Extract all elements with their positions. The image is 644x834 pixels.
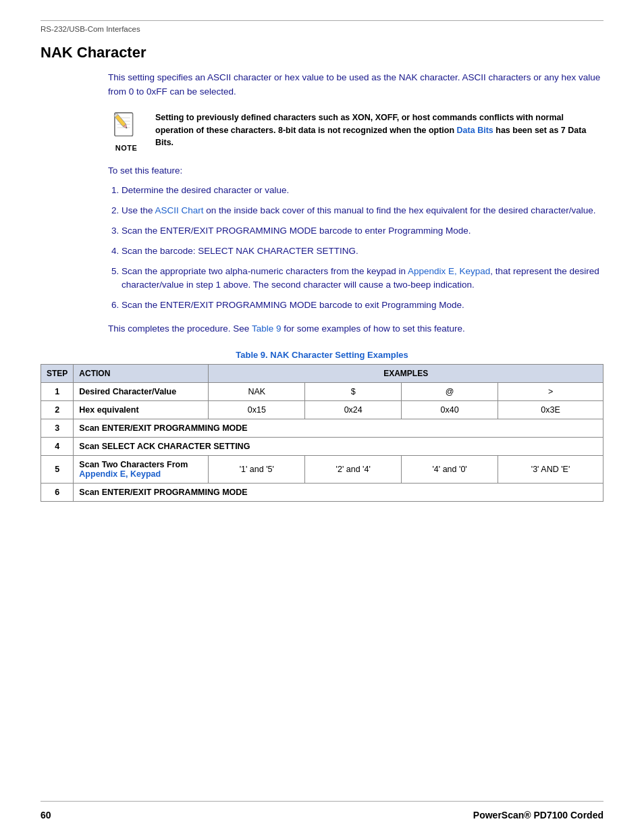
table9-link[interactable]: Table 9: [252, 323, 281, 334]
intro-text: This setting specifies an ASCII characte…: [108, 71, 603, 99]
breadcrumb: RS-232/USB-Com Interfaces: [41, 25, 603, 33]
example-5-1: '1' and '5': [209, 456, 305, 484]
example-2-3: 0x40: [402, 401, 498, 419]
example-5-3: '4' and '0': [402, 456, 498, 484]
step-2: Use the ASCII Chart on the inside back c…: [122, 204, 603, 218]
table-row: 6 Scan ENTER/EXIT PROGRAMMING MODE: [41, 484, 603, 502]
table-row: 2 Hex equivalent 0x15 0x24 0x40 0x3E: [41, 401, 603, 419]
step-num-1: 1: [41, 383, 74, 401]
step-6: Scan the ENTER/EXIT PROGRAMMING MODE bar…: [122, 298, 603, 313]
action-5: Scan Two Characters From Appendix E, Key…: [74, 456, 209, 484]
table-row: 5 Scan Two Characters From Appendix E, K…: [41, 456, 603, 484]
note-pencil-icon: [111, 111, 141, 141]
appendix-e-link[interactable]: Appendix E, Keypad: [408, 266, 490, 276]
page: RS-232/USB-Com Interfaces NAK Character …: [0, 0, 644, 834]
table-title: Table 9. NAK Character Setting Examples: [41, 350, 603, 360]
action-1: Desired Character/Value: [74, 383, 209, 401]
closing-text: This completes the procedure. See Table …: [108, 322, 603, 336]
step-num-6: 6: [41, 484, 74, 502]
col-header-action: ACTION: [74, 365, 209, 383]
action-4: Scan SELECT ACK CHARACTER SETTING: [74, 438, 603, 456]
table-row: 1 Desired Character/Value NAK $ @ >: [41, 383, 603, 401]
footer: 60 PowerScan® PD7100 Corded: [41, 810, 603, 820]
closing-before: This completes the procedure. See: [108, 323, 252, 334]
ascii-chart-link[interactable]: ASCII Chart: [155, 205, 204, 215]
step-5: Scan the appropriate two alpha-numeric c…: [122, 265, 603, 293]
example-1-4: >: [498, 383, 603, 401]
step-1: Determine the desired character or value…: [122, 184, 603, 198]
step-4: Scan the barcode: SELECT NAK CHARACTER S…: [122, 244, 603, 259]
example-2-2: 0x24: [305, 401, 402, 419]
note-box: NOTE Setting to previously defined chara…: [108, 111, 603, 152]
action-2: Hex equivalent: [74, 401, 209, 419]
note-text-content: Setting to previously defined characters…: [155, 111, 603, 149]
example-5-2: '2' and '4': [305, 456, 402, 484]
example-1-1: NAK: [209, 383, 305, 401]
step-num-5: 5: [41, 456, 74, 484]
table-row: 3 Scan ENTER/EXIT PROGRAMMING MODE: [41, 419, 603, 438]
example-2-4: 0x3E: [498, 401, 603, 419]
note-data-bits-link[interactable]: Data Bits: [457, 126, 493, 135]
step-5-after: , that represent the desired character/v…: [122, 266, 599, 290]
action-3: Scan ENTER/EXIT PROGRAMMING MODE: [74, 419, 603, 438]
col-header-examples: EXAMPLES: [209, 365, 603, 383]
steps-list: Determine the desired character or value…: [108, 184, 603, 313]
step-2-after: on the inside back cover of this manual …: [204, 205, 596, 215]
product-name: PowerScan® PD7100 Corded: [473, 810, 603, 820]
step-num-3: 3: [41, 419, 74, 438]
step-num-4: 4: [41, 438, 74, 456]
section-title: NAK Character: [41, 44, 603, 61]
action-6: Scan ENTER/EXIT PROGRAMMING MODE: [74, 484, 603, 502]
top-rule: [41, 20, 603, 21]
example-2-1: 0x15: [209, 401, 305, 419]
example-5-4: '3' AND 'E': [498, 456, 603, 484]
nak-character-table: STEP ACTION EXAMPLES 1 Desired Character…: [41, 364, 603, 502]
action-5-line1: Scan Two Characters From: [79, 460, 188, 469]
example-1-3: @: [402, 383, 498, 401]
bottom-rule: [41, 801, 603, 802]
example-1-2: $: [305, 383, 402, 401]
table-row: 4 Scan SELECT ACK CHARACTER SETTING: [41, 438, 603, 456]
page-number: 60: [41, 810, 51, 820]
note-icon-container: NOTE: [108, 111, 144, 152]
closing-after: for some examples of how to set this fea…: [281, 323, 464, 334]
note-label: NOTE: [115, 144, 138, 152]
step-num-2: 2: [41, 401, 74, 419]
col-header-step: STEP: [41, 365, 74, 383]
to-set-text: To set this feature:: [108, 165, 603, 176]
appendix-e-table-link[interactable]: Appendix E, Keypad: [79, 469, 161, 479]
step-3: Scan the ENTER/EXIT PROGRAMMING MODE bar…: [122, 224, 603, 238]
